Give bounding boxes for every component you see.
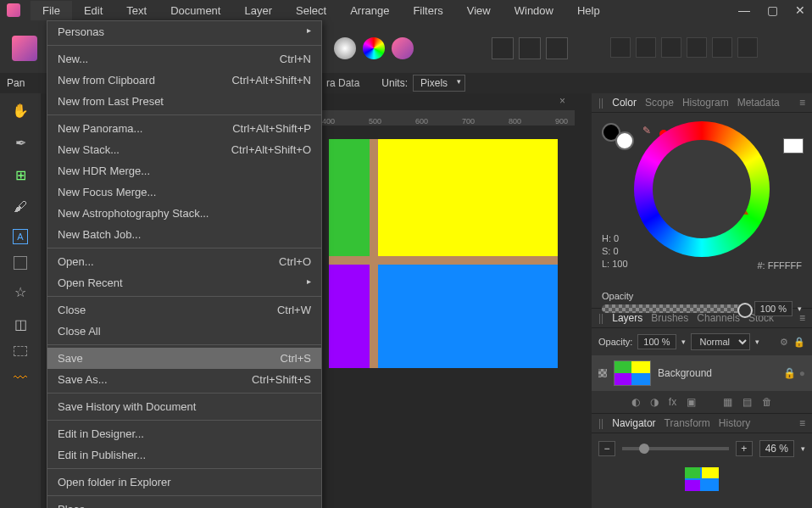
pen-tool[interactable]: ✒ — [10, 132, 31, 153]
crop-tool[interactable]: ◫ — [10, 314, 31, 334]
pixel-tool[interactable]: ⊞ — [10, 165, 31, 185]
color-triangle[interactable] — [681, 155, 748, 215]
tab-history[interactable]: History — [719, 417, 750, 429]
menu-edit-in-publisher-[interactable]: Edit in Publisher... — [47, 444, 321, 466]
menu-save[interactable]: SaveCtrl+S — [47, 348, 321, 369]
selection-add[interactable] — [519, 37, 541, 59]
layer-row[interactable]: Background 🔒 ● — [592, 355, 812, 391]
align-2[interactable] — [661, 37, 681, 58]
document-close[interactable]: × — [559, 95, 565, 107]
menu-open-recent[interactable]: Open Recent — [47, 272, 321, 293]
menu-new-hdr-merge-[interactable]: New HDR Merge... — [47, 160, 321, 181]
maximize-button[interactable]: ▢ — [767, 3, 778, 17]
align-3[interactable] — [687, 37, 707, 58]
menu-new-astrophotography-stack-[interactable]: New Astrophotography Stack... — [47, 203, 321, 224]
nav-menu-icon[interactable]: ≡ — [799, 417, 805, 429]
effect-button[interactable] — [392, 37, 414, 59]
align-dropdown[interactable] — [610, 37, 631, 58]
layer-thumbnail — [614, 360, 651, 386]
opacity-slider[interactable] — [602, 304, 749, 313]
color-swatches[interactable] — [602, 123, 634, 150]
brown-gap-v — [370, 139, 378, 368]
menu-new-[interactable]: New...Ctrl+N — [47, 48, 321, 70]
menu-filters[interactable]: Filters — [401, 1, 454, 20]
blend-mode-select[interactable]: Normal — [691, 333, 750, 350]
adjust-icon[interactable]: ◑ — [650, 396, 659, 408]
lasso-tool[interactable]: 〰 — [10, 368, 31, 388]
menu-open-[interactable]: Open...Ctrl+O — [47, 251, 321, 272]
menu-open-folder-in-explorer[interactable]: Open folder in Explorer — [47, 472, 321, 493]
rectangle-tool[interactable] — [14, 256, 27, 270]
menu-file[interactable]: File — [31, 1, 72, 20]
persona-icon[interactable] — [12, 36, 37, 61]
menu-new-batch-job-[interactable]: New Batch Job... — [47, 224, 321, 245]
tab-navigator[interactable]: Navigator — [612, 417, 655, 429]
tab-scope[interactable]: Scope — [645, 97, 674, 109]
marquee-tool[interactable] — [14, 346, 27, 356]
layer-lock-indicator[interactable]: 🔒 ● — [783, 367, 805, 379]
secondary-color[interactable] — [615, 131, 634, 150]
canvas[interactable] — [329, 139, 558, 368]
panel-menu-icon[interactable]: ≡ — [799, 97, 805, 109]
align-1[interactable] — [636, 37, 656, 58]
tab-transform[interactable]: Transform — [665, 417, 710, 429]
color-wheel[interactable] — [634, 121, 770, 257]
menu-arrange[interactable]: Arrange — [338, 1, 401, 20]
purple-block — [329, 265, 370, 368]
hsl-readout: H: 0 S: 0 L: 100 — [602, 232, 628, 271]
colorwheel-button[interactable] — [363, 37, 385, 59]
menu-personas[interactable]: Personas — [47, 21, 321, 42]
gear-icon[interactable]: ⚙ — [780, 337, 788, 348]
eyedropper-icon[interactable]: ✎ — [642, 125, 651, 137]
menu-close-all[interactable]: Close All — [47, 321, 321, 342]
align-4[interactable] — [712, 37, 732, 58]
lock-icon[interactable]: 🔒 — [793, 337, 805, 348]
group-icon[interactable]: ▦ — [723, 396, 732, 408]
star-tool[interactable]: ☆ — [10, 282, 31, 302]
delete-icon[interactable]: 🗑 — [762, 396, 772, 408]
menu-document[interactable]: Document — [159, 1, 232, 20]
menu-view[interactable]: View — [455, 1, 503, 20]
opacity-value[interactable]: 100 % — [754, 301, 793, 316]
menu-edit-in-designer-[interactable]: Edit in Designer... — [47, 423, 321, 444]
menu-new-from-clipboard[interactable]: New from ClipboardCtrl+Alt+Shift+N — [47, 70, 321, 91]
menu-save-as-[interactable]: Save As...Ctrl+Shift+S — [47, 369, 321, 390]
brush-tool[interactable]: 🖌 — [10, 197, 31, 217]
selection-subtract[interactable] — [546, 37, 568, 59]
menu-select[interactable]: Select — [284, 1, 338, 20]
menu-place-[interactable]: Place... — [47, 499, 321, 508]
zoom-value[interactable]: 46 % — [759, 440, 794, 457]
menu-text[interactable]: Text — [114, 1, 159, 20]
menu-new-from-last-preset[interactable]: New from Last Preset — [47, 91, 321, 112]
zoom-out-button[interactable]: − — [598, 441, 615, 456]
hand-tool[interactable]: ✋ — [10, 100, 31, 120]
layer-opacity-value[interactable]: 100 % — [637, 334, 676, 349]
align-5[interactable] — [737, 37, 758, 58]
menu-help[interactable]: Help — [565, 1, 612, 20]
fx-icon[interactable]: fx — [669, 396, 676, 408]
current-swatch[interactable] — [783, 138, 804, 154]
close-button[interactable]: ✕ — [795, 3, 805, 17]
tab-histogram[interactable]: Histogram — [682, 97, 729, 109]
text-tool[interactable]: A — [13, 229, 28, 244]
units-dropdown[interactable]: Pixels — [413, 75, 465, 92]
menu-window[interactable]: Window — [503, 1, 565, 20]
crop-layer-icon[interactable]: ▣ — [687, 396, 696, 408]
merge-icon[interactable]: ▤ — [742, 396, 752, 408]
zoom-slider[interactable] — [622, 447, 729, 450]
menu-new-focus-merge-[interactable]: New Focus Merge... — [47, 181, 321, 203]
menu-new-panorama-[interactable]: New Panorama...Ctrl+Alt+Shift+P — [47, 118, 321, 139]
tab-color[interactable]: Color — [612, 97, 637, 109]
menu-save-history-with-document[interactable]: Save History with Document — [47, 396, 321, 417]
menu-layer[interactable]: Layer — [232, 1, 284, 20]
mask-icon[interactable]: ◐ — [631, 396, 640, 408]
menu-edit[interactable]: Edit — [72, 1, 114, 20]
menu-new-stack-[interactable]: New Stack...Ctrl+Alt+Shift+O — [47, 139, 321, 160]
navigator-thumbnail[interactable] — [685, 467, 719, 491]
menu-close[interactable]: CloseCtrl+W — [47, 299, 321, 321]
tab-metadata[interactable]: Metadata — [737, 97, 780, 109]
autolevels-button[interactable] — [334, 37, 356, 59]
minimize-button[interactable]: — — [738, 3, 750, 17]
zoom-in-button[interactable]: + — [736, 441, 753, 456]
selection-new[interactable] — [492, 37, 514, 59]
